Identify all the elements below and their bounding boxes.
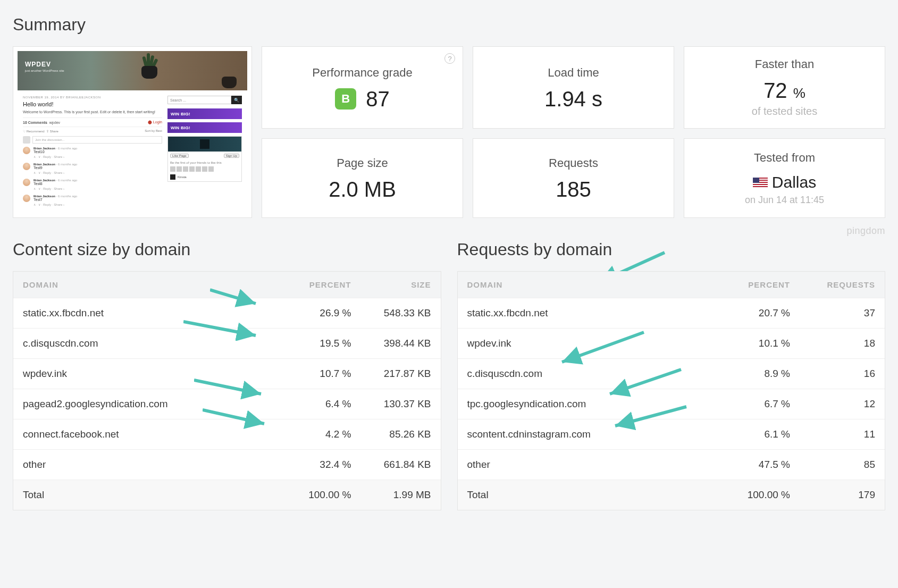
pingdom-brand: pingdom bbox=[13, 225, 885, 237]
summary-grid: WPDEV just another WordPress site NOVEMB… bbox=[13, 46, 885, 218]
thumb-ad-banner: WIN BIG! bbox=[167, 108, 242, 119]
size-value: 2.0 MB bbox=[329, 179, 396, 200]
thumb-site-title: WPDEV bbox=[25, 61, 240, 68]
thumb-site-tagline: just another WordPress site bbox=[25, 69, 240, 72]
req-heading: Requests by domain bbox=[457, 240, 886, 259]
size-heading: Content size by domain bbox=[13, 240, 441, 259]
thumb-sort: Sort by Best bbox=[145, 129, 162, 133]
avatar-icon bbox=[23, 163, 30, 170]
thumb-post-body: Welcome to WordPress. This is your first… bbox=[23, 110, 162, 114]
table-row: wpdev.ink10.1 %18 bbox=[458, 328, 885, 358]
table-row: c.disquscdn.com8.9 %16 bbox=[458, 358, 885, 389]
table-row: scontent.cdninstagram.com6.1 %11 bbox=[458, 419, 885, 449]
faster-value: 72 % bbox=[763, 80, 805, 101]
table-row: connect.facebook.net4.2 %85.26 KB bbox=[13, 419, 441, 449]
table-total-row: Total100.00 %1.99 MB bbox=[13, 480, 441, 510]
content-size-table: DOMAIN PERCENT SIZE static.xx.fbcdn.net2… bbox=[13, 271, 441, 510]
thumb-post-meta: NOVEMBER 19, 2014 BY BRIANLEEJACKSON bbox=[23, 96, 162, 99]
table-row: other32.4 %661.84 KB bbox=[13, 449, 441, 480]
table-row: other47.5 %85 bbox=[458, 449, 885, 480]
load-label: Load time bbox=[548, 66, 599, 80]
card-tested-from: Tested from Dallas on Jun 14 at 11:45 bbox=[684, 138, 885, 218]
grade-badge: B bbox=[335, 88, 356, 110]
table-row: static.xx.fbcdn.net20.7 %37 bbox=[458, 298, 885, 328]
from-sub: on Jun 14 at 11:45 bbox=[745, 195, 824, 206]
site-thumbnail: WPDEV just another WordPress site NOVEMB… bbox=[13, 46, 252, 218]
card-page-size: Page size 2.0 MB bbox=[262, 138, 463, 218]
from-label: Tested from bbox=[754, 151, 815, 165]
col-domain: DOMAIN bbox=[467, 280, 711, 289]
col-percent: PERCENT bbox=[277, 280, 351, 289]
card-performance-grade: ? Performance grade B 87 bbox=[262, 46, 463, 129]
thumb-post-title: Hello world! bbox=[23, 101, 162, 107]
thumb-fb-widget: Like PageSign Up Be the first of your fr… bbox=[167, 136, 242, 182]
summary-heading: Summary bbox=[13, 15, 885, 35]
heart-icon: ♡ bbox=[23, 130, 26, 133]
requests-table: DOMAIN PERCENT REQUESTS static.xx.fbcdn.… bbox=[457, 271, 886, 510]
col-percent: PERCENT bbox=[710, 280, 790, 289]
grade-label: Performance grade bbox=[312, 66, 412, 80]
req-value: 185 bbox=[556, 179, 591, 200]
avatar-icon bbox=[23, 195, 30, 202]
table-total-row: Total100.00 %179 bbox=[458, 480, 885, 510]
thumb-login: Login bbox=[153, 120, 162, 124]
table-row: static.xx.fbcdn.net26.9 %548.33 KB bbox=[13, 298, 441, 328]
size-label: Page size bbox=[337, 156, 388, 170]
thumb-search-input: Search ... bbox=[167, 96, 231, 104]
req-label: Requests bbox=[549, 156, 598, 170]
table-row: pagead2.googlesyndication.com6.4 %130.37… bbox=[13, 389, 441, 419]
grade-score: 87 bbox=[366, 88, 390, 110]
thumb-comment-list: Brian Jackson · 6 months agoTest10∧ · ∨ … bbox=[23, 147, 162, 206]
table-row: tpc.googlesyndication.com6.7 %12 bbox=[458, 389, 885, 419]
login-icon: ⬤ bbox=[148, 120, 152, 124]
faster-sub: of tested sites bbox=[752, 105, 817, 117]
share-icon: ⇪ bbox=[46, 130, 49, 133]
card-load-time: Load time 1.94 s bbox=[473, 46, 674, 129]
load-value: 1.94 s bbox=[544, 88, 602, 110]
thumb-comment-site: wpdev bbox=[49, 121, 60, 124]
card-requests: Requests 185 bbox=[473, 138, 674, 218]
search-icon: 🔍 bbox=[231, 96, 242, 104]
card-faster-than: Faster than 72 % of tested sites bbox=[684, 46, 885, 129]
avatar-icon bbox=[23, 147, 30, 154]
us-flag-icon bbox=[753, 178, 768, 187]
from-value: Dallas bbox=[772, 173, 816, 191]
faster-label: Faster than bbox=[755, 57, 814, 71]
thumb-ad-banner: WIN BIG! bbox=[167, 122, 242, 133]
thumb-comment-count: 10 Comments bbox=[23, 121, 47, 124]
thumb-comment-input: Join the discussion... bbox=[32, 136, 162, 144]
avatar-placeholder-icon bbox=[23, 136, 30, 144]
thumb-share: Share bbox=[50, 130, 58, 133]
col-size: SIZE bbox=[351, 280, 431, 289]
table-row: c.disquscdn.com19.5 %398.44 KB bbox=[13, 328, 441, 358]
avatar-icon bbox=[23, 179, 30, 186]
thumb-recommend: Recommend bbox=[27, 130, 45, 133]
table-row: wpdev.ink10.7 %217.87 KB bbox=[13, 358, 441, 389]
col-requests: REQUESTS bbox=[790, 280, 875, 289]
help-icon[interactable]: ? bbox=[444, 53, 455, 64]
col-domain: DOMAIN bbox=[23, 280, 277, 289]
